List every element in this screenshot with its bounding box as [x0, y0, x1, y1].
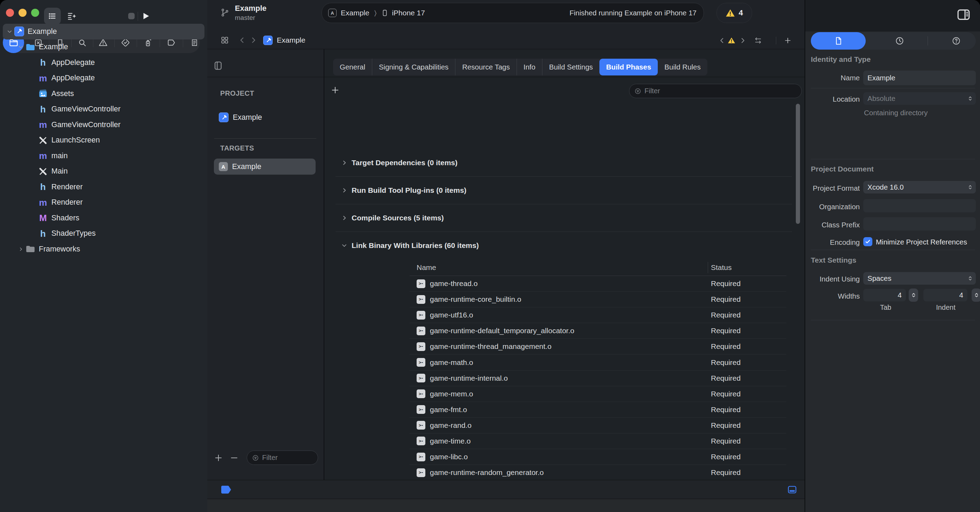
- toggle-inspector-icon[interactable]: [956, 8, 972, 22]
- phases-filter-field[interactable]: Filter: [629, 84, 802, 98]
- file-tree-row[interactable]: LaunchScreen: [3, 133, 204, 149]
- hide-debug-area-icon[interactable]: [786, 485, 798, 495]
- add-target-button[interactable]: [214, 453, 223, 463]
- scheme-selector[interactable]: A Example 〉 iPhone 17 Finished running E…: [321, 3, 704, 23]
- column-header-status[interactable]: Status: [711, 263, 732, 272]
- build-phase-header[interactable]: Compile Sources (5 items): [325, 204, 805, 231]
- library-row[interactable]: >- game-time.o Required: [410, 433, 786, 449]
- library-row[interactable]: >- game-mem.o Required: [410, 386, 786, 402]
- library-row[interactable]: >- game-rand.o Required: [410, 418, 786, 433]
- previous-issue-chevron-icon[interactable]: [718, 36, 726, 44]
- disclosure-chevron-icon[interactable]: [342, 243, 347, 248]
- file-tree-row[interactable]: Main: [3, 164, 204, 179]
- disclosure-chevron-icon[interactable]: [16, 247, 25, 252]
- library-row[interactable]: >- game-runtime-random_generator.o Requi…: [410, 465, 786, 480]
- stop-button[interactable]: [126, 8, 137, 24]
- library-row[interactable]: >- game-runtime-internal.o Required: [410, 371, 786, 386]
- library-status[interactable]: Required: [711, 358, 741, 367]
- disclosure-chevron-icon[interactable]: [342, 160, 347, 166]
- hide-sidebar-icon[interactable]: [213, 60, 223, 71]
- minimize-window-button[interactable]: [19, 9, 27, 17]
- disclosure-chevron-icon[interactable]: [5, 29, 14, 34]
- status-stepper-icon[interactable]: [768, 341, 775, 352]
- column-divider[interactable]: [708, 262, 708, 273]
- status-stepper-icon[interactable]: [768, 389, 775, 399]
- library-status[interactable]: Required: [711, 390, 741, 398]
- library-row[interactable]: >- game-runtime-core_builtin.o Required: [410, 292, 786, 308]
- file-tree-row[interactable]: h ShaderTypes: [3, 226, 204, 242]
- editor-tab[interactable]: General: [333, 59, 372, 75]
- status-stepper-icon[interactable]: [768, 310, 775, 320]
- back-chevron-icon[interactable]: [238, 36, 247, 44]
- library-status[interactable]: Required: [711, 295, 741, 303]
- build-phase-header[interactable]: Run Build Tool Plug-ins (0 items): [325, 177, 805, 204]
- help-inspector-segment[interactable]: [952, 36, 961, 45]
- show-recent-files-button[interactable]: [44, 8, 61, 24]
- warnings-badge[interactable]: 4: [716, 3, 752, 23]
- file-tree-row[interactable]: h GameViewController: [3, 101, 204, 117]
- disclosure-chevron-icon[interactable]: [342, 187, 347, 193]
- class-prefix-field[interactable]: [863, 217, 976, 230]
- status-stepper-icon[interactable]: [768, 404, 775, 415]
- build-phase-header[interactable]: Link Binary With Libraries (60 items): [325, 232, 805, 259]
- editor-tab[interactable]: Build Phases: [600, 59, 658, 75]
- library-row[interactable]: >- game-thread.o Required: [410, 276, 786, 292]
- library-status[interactable]: Required: [711, 279, 741, 288]
- grid-icon[interactable]: [221, 36, 229, 44]
- trash-icon[interactable]: [780, 214, 788, 222]
- library-status[interactable]: Required: [711, 421, 741, 430]
- file-tree-row[interactable]: Example: [3, 24, 204, 40]
- name-field[interactable]: Example: [863, 71, 976, 85]
- targets-filter-field[interactable]: Filter: [247, 450, 318, 465]
- trash-icon[interactable]: [780, 242, 788, 250]
- related-items-swap-icon[interactable]: [752, 36, 764, 44]
- file-tree-row[interactable]: Example: [3, 40, 204, 55]
- status-stepper-icon[interactable]: [768, 452, 775, 462]
- disclosure-chevron-icon[interactable]: [342, 215, 347, 221]
- warning-triangle-icon[interactable]: [728, 36, 735, 44]
- location-dropdown[interactable]: Absolute: [863, 92, 976, 105]
- editor-tab[interactable]: Build Settings: [542, 59, 600, 75]
- status-stepper-icon[interactable]: [768, 467, 775, 478]
- run-destination[interactable]: iPhone 17: [392, 9, 425, 17]
- run-button[interactable]: [140, 8, 152, 24]
- library-status[interactable]: Required: [711, 437, 741, 445]
- status-stepper-icon[interactable]: [768, 294, 775, 304]
- indent-width-stepper[interactable]: [972, 288, 980, 302]
- intelligence-button[interactable]: [64, 8, 80, 24]
- library-status[interactable]: Required: [711, 406, 741, 414]
- file-tree-row[interactable]: Assets: [3, 86, 204, 101]
- file-tree-row[interactable]: m Renderer: [3, 195, 204, 211]
- tab-width-field[interactable]: 4: [863, 289, 906, 301]
- file-inspector-segment[interactable]: [811, 32, 866, 49]
- editor-tab[interactable]: Build Rules: [658, 59, 707, 75]
- minimize-references-checkbox[interactable]: [863, 237, 872, 246]
- file-tree-row[interactable]: h Renderer: [3, 179, 204, 195]
- next-issue-chevron-icon[interactable]: [739, 36, 746, 44]
- file-tree-row[interactable]: m main: [3, 148, 204, 164]
- library-row[interactable]: >- game-runtime-thread_management.o Requ…: [410, 339, 786, 355]
- file-tree-row[interactable]: m GameViewController: [3, 117, 204, 133]
- status-stepper-icon[interactable]: [768, 373, 775, 384]
- vertical-scrollbar[interactable]: [796, 104, 800, 224]
- add-tab-button[interactable]: [784, 36, 792, 44]
- remove-target-button[interactable]: [230, 453, 239, 463]
- indent-width-field[interactable]: 4: [923, 289, 967, 301]
- library-status[interactable]: Required: [711, 327, 741, 335]
- library-status[interactable]: Required: [711, 374, 741, 382]
- forward-chevron-icon[interactable]: [249, 36, 258, 44]
- column-header-name[interactable]: Name: [417, 263, 436, 272]
- target-row[interactable]: A Example: [214, 159, 316, 174]
- library-row[interactable]: >- game-utf16.o Required: [410, 308, 786, 323]
- status-stepper-icon[interactable]: [768, 357, 775, 368]
- library-row[interactable]: >- game-libc.o Required: [410, 449, 786, 465]
- scheme-name[interactable]: Example: [341, 9, 369, 17]
- breakpoints-toggle-icon[interactable]: [220, 485, 232, 495]
- file-tree-row[interactable]: m AppDelegate: [3, 71, 204, 86]
- tab-width-stepper[interactable]: [909, 288, 918, 302]
- editor-tab[interactable]: Signing & Capabilities: [372, 59, 455, 75]
- project-row[interactable]: Example: [214, 109, 316, 125]
- zoom-window-button[interactable]: [31, 9, 39, 17]
- status-stepper-icon[interactable]: [768, 436, 775, 446]
- open-tab[interactable]: Example: [263, 33, 305, 47]
